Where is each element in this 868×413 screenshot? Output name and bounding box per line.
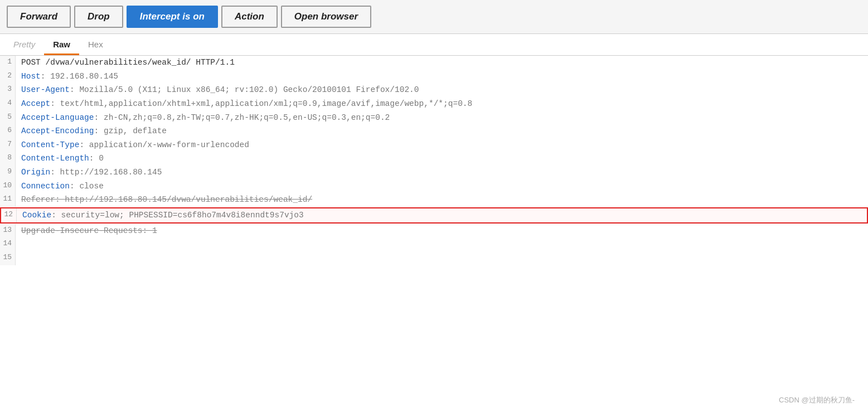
line-content <box>16 251 26 265</box>
cookie-row: 12 Cookie: security=low; PHPSESSID=cs6f8… <box>0 207 868 223</box>
line-number: 6 <box>0 124 16 138</box>
line-number: 11 <box>0 193 16 207</box>
table-row: 10 Connection: close <box>0 179 868 193</box>
line-number: 15 <box>0 251 16 265</box>
table-row: 11 Referer: http://192.168.80.145/dvwa/v… <box>0 193 868 207</box>
cookie-line-content: Cookie: security=low; PHPSESSID=cs6f8ho7… <box>17 208 867 222</box>
table-row: 8 Content-Length: 0 <box>0 152 868 166</box>
line-number: 10 <box>0 179 16 193</box>
table-row: 1 POST /dvwa/vulnerabilities/weak_id/ HT… <box>0 56 868 70</box>
line-content: Host: 192.168.80.145 <box>16 70 118 84</box>
tab-raw[interactable]: Raw <box>44 36 79 55</box>
table-row: 2 Host: 192.168.80.145 <box>0 70 868 84</box>
tabs-row: Pretty Raw Hex <box>0 34 868 56</box>
line-content: Referer: http://192.168.80.145/dvwa/vuln… <box>16 193 312 207</box>
line-number: 5 <box>0 111 16 125</box>
line-number: 7 <box>0 138 16 152</box>
table-row: 3 User-Agent: Mozilla/5.0 (X11; Linux x8… <box>0 83 868 97</box>
toolbar: Forward Drop Intercept is on Action Open… <box>0 0 868 34</box>
line-number: 9 <box>0 166 16 179</box>
line-number: 8 <box>0 152 16 166</box>
table-row: 6 Accept-Encoding: gzip, deflate <box>0 124 868 138</box>
tab-pretty[interactable]: Pretty <box>4 36 44 55</box>
line-content: Origin: http://192.168.80.145 <box>16 166 162 179</box>
table-row: 9 Origin: http://192.168.80.145 <box>0 166 868 179</box>
line-number: 3 <box>0 83 16 97</box>
drop-button[interactable]: Drop <box>74 6 123 28</box>
line-number: 2 <box>0 70 16 84</box>
line-content: Connection: close <box>16 179 104 193</box>
line-content: Content-Type: application/x-www-form-url… <box>16 138 249 152</box>
line-number: 12 <box>1 208 17 222</box>
line-number: 14 <box>0 237 16 251</box>
line-content: Accept-Encoding: gzip, deflate <box>16 124 167 138</box>
line-content: Accept: text/html,application/xhtml+xml,… <box>16 97 472 111</box>
content-area: 1 POST /dvwa/vulnerabilities/weak_id/ HT… <box>0 56 868 265</box>
tab-hex[interactable]: Hex <box>79 36 112 55</box>
line-content: Accept-Language: zh-CN,zh;q=0.8,zh-TW;q=… <box>16 111 390 125</box>
action-button[interactable]: Action <box>221 6 278 28</box>
line-number: 4 <box>0 97 16 111</box>
forward-button[interactable]: Forward <box>7 6 71 28</box>
table-row: 7 Content-Type: application/x-www-form-u… <box>0 138 868 152</box>
line-content: User-Agent: Mozilla/5.0 (X11; Linux x86_… <box>16 83 419 97</box>
line-content: Upgrade-Insecure-Requests: 1 <box>16 224 157 238</box>
table-row: 14 <box>0 237 868 251</box>
table-row: 4 Accept: text/html,application/xhtml+xm… <box>0 97 868 111</box>
request-lines: 1 POST /dvwa/vulnerabilities/weak_id/ HT… <box>0 56 868 265</box>
line-content <box>16 237 26 251</box>
line-content: POST /dvwa/vulnerabilities/weak_id/ HTTP… <box>16 56 235 70</box>
table-row: 5 Accept-Language: zh-CN,zh;q=0.8,zh-TW;… <box>0 111 868 125</box>
table-row: 13 Upgrade-Insecure-Requests: 1 <box>0 224 868 238</box>
line-number: 1 <box>0 56 16 70</box>
table-row: 15 <box>0 251 868 265</box>
line-content: Content-Length: 0 <box>16 152 104 166</box>
intercept-button[interactable]: Intercept is on <box>127 6 218 28</box>
watermark: CSDN @过期的秋刀鱼- <box>779 395 855 405</box>
line-number: 13 <box>0 224 16 238</box>
open-browser-button[interactable]: Open browser <box>281 6 371 28</box>
